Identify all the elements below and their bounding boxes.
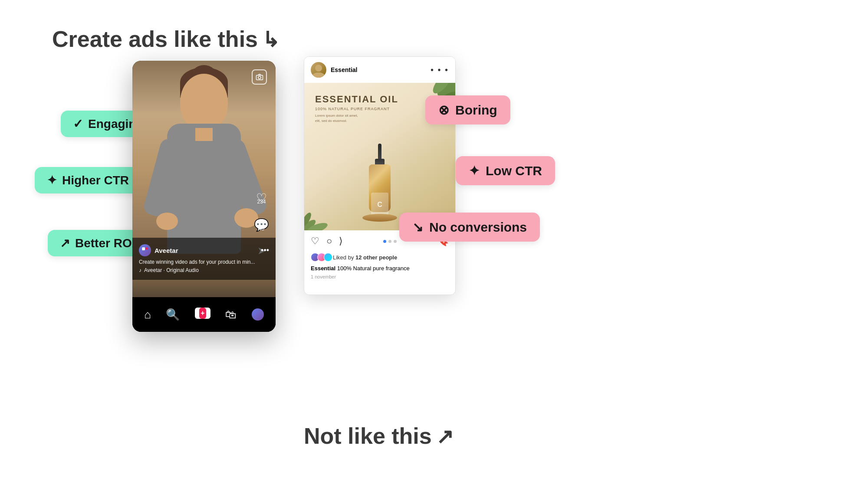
person-hand-left	[156, 213, 178, 230]
bottle-platform	[362, 214, 397, 222]
not-like-arrow: ↗	[436, 424, 454, 449]
tiktok-more-icon[interactable]: •••	[261, 246, 269, 255]
svg-point-8	[312, 72, 325, 78]
tiktok-username-row: Aveetar •••	[139, 244, 269, 256]
ig-lorem-line2: elit, sed do eiusmod.	[315, 118, 358, 124]
ig-date: 1 november	[304, 273, 455, 284]
ig-more-icon[interactable]: • • •	[431, 65, 449, 75]
ig-product-title: ESSENTIAL OIL	[315, 94, 398, 105]
heart-count: 234	[256, 199, 267, 205]
right-section: Essential • • • ESSENTIAL OIL 100% NATUR…	[304, 0, 868, 488]
person-body	[167, 124, 241, 254]
higher-ctr-icon: ✦	[47, 173, 57, 187]
heading-arrow: ↳	[262, 27, 279, 52]
music-note-icon: ♪	[139, 267, 141, 273]
boring-icon: ⊗	[438, 102, 449, 118]
person-neck	[195, 128, 213, 141]
ig-header: Essential • • •	[304, 57, 455, 83]
svg-point-3	[145, 247, 148, 249]
ig-lorem-text: Lorem ipsum dolor sit amet, elit, sed do…	[315, 113, 358, 124]
tiktok-avatar	[139, 244, 151, 256]
home-nav-icon[interactable]: ⌂	[144, 308, 151, 321]
low-ctr-icon: ✦	[469, 163, 480, 178]
ig-lorem-line1: Lorem ipsum dolor sit amet,	[315, 113, 358, 118]
bottle-dropper	[378, 144, 381, 161]
ig-dot-2	[388, 240, 391, 243]
tiktok-caption: Create winning video ads for your produc…	[139, 259, 269, 265]
ig-carousel-indicator	[383, 240, 397, 243]
badge-higher-ctr: ✦ Higher CTR	[35, 167, 141, 193]
badge-no-conversions: ↘ No conversions	[399, 213, 540, 242]
badge-boring: ⊗ Boring	[425, 95, 510, 124]
create-nav-icon[interactable]: +	[195, 308, 210, 322]
tiktok-navbar: ⌂ 🔍 + 🛍	[132, 297, 276, 332]
ig-dot-3	[394, 240, 397, 243]
ig-share-icon[interactable]: ⟩	[339, 236, 343, 247]
better-roas-icon: ↗	[60, 236, 70, 250]
ig-caption-row: Essential 100% Natural pure fragrance	[304, 264, 455, 273]
ig-likes-text: Liked by 12 other people	[333, 254, 397, 261]
tiktok-bottom-info: Aveetar ••• Create winning video ads for…	[132, 238, 276, 280]
left-section: Create ads like this ↳ ✓ Engaging ✦ High…	[0, 0, 304, 488]
bottom-left-leaves-icon	[304, 204, 339, 230]
boring-label: Boring	[455, 103, 497, 118]
ig-product-bottle: C	[365, 144, 395, 222]
tiktok-username: Aveetar	[155, 247, 178, 254]
phone-video-background: ♡ 234 💬 45 ➤	[132, 61, 276, 332]
higher-ctr-label: Higher CTR	[62, 174, 129, 187]
comment-button[interactable]: 💬 45	[254, 218, 269, 232]
phone-mockup: ♡ 234 💬 45 ➤	[132, 61, 276, 332]
heading-not-like: Not like this ↗	[304, 423, 454, 449]
ig-dot-1	[383, 240, 386, 243]
ig-caption-username: Essential	[311, 265, 335, 272]
no-conversions-label: No conversions	[429, 220, 527, 235]
ig-small-avatars	[311, 253, 330, 262]
ig-username: Essential	[331, 66, 357, 73]
ig-likes-row: Liked by 12 other people	[304, 252, 455, 264]
badge-low-ctr: ✦ Low CTR	[456, 156, 555, 185]
instagram-mockup: Essential • • • ESSENTIAL OIL 100% NATUR…	[304, 56, 456, 295]
no-conversions-icon: ↘	[412, 219, 423, 235]
ig-product-subtitle: 100% NATURAL PURE FRAGRANT	[315, 107, 390, 111]
ig-heart-icon[interactable]: ♡	[311, 236, 319, 247]
heart-button[interactable]: ♡ 234	[256, 191, 267, 205]
search-nav-icon[interactable]: 🔍	[166, 308, 180, 321]
profile-nav-icon[interactable]	[252, 308, 264, 321]
ig-comment-icon[interactable]: ○	[326, 236, 332, 247]
tiktok-music-text: Aveetar · Original Audio	[144, 267, 199, 273]
heading-not-like-text: Not like this	[304, 423, 432, 449]
svg-point-7	[315, 65, 322, 72]
heading-create-text: Create ads like this	[52, 26, 258, 52]
heading-create: Create ads like this ↳	[52, 26, 279, 52]
svg-rect-2	[142, 247, 145, 250]
bottle-body: C	[369, 164, 391, 212]
low-ctr-label: Low CTR	[486, 164, 542, 178]
engaging-icon: ✓	[73, 117, 83, 131]
ig-small-avatar-3	[324, 253, 332, 262]
tiktok-music-row: ♪ Aveetar · Original Audio	[139, 267, 269, 273]
ig-caption-text: 100% Natural pure fragrance	[337, 265, 410, 272]
inbox-nav-icon[interactable]: 🛍	[225, 308, 237, 321]
bottle-label: C	[371, 193, 388, 216]
person-head	[180, 74, 228, 130]
svg-text:+: +	[201, 309, 204, 317]
ig-profile-avatar	[311, 62, 326, 78]
